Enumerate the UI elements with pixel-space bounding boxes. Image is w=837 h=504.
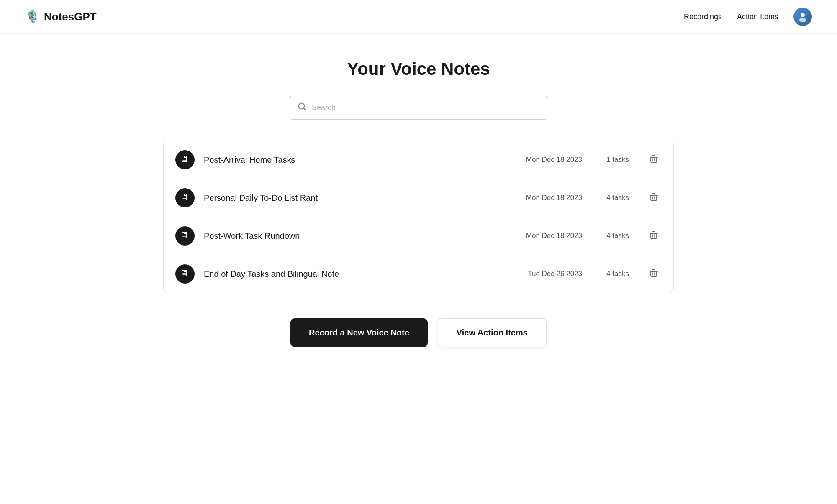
recording-date: Mon Dec 18 2023: [515, 194, 582, 202]
page-title: Your Voice Notes: [163, 59, 674, 79]
nav-links: Recordings Action Items: [684, 8, 812, 26]
app-logo[interactable]: 🎙️ NotesGPT: [25, 10, 97, 24]
search-input[interactable]: [312, 103, 539, 112]
recording-title: Personal Daily To-Do List Rant: [204, 193, 515, 203]
recording-tasks-count: 4 tasks: [596, 232, 629, 240]
main-content: Your Voice Notes Post-: [146, 34, 691, 381]
svg-rect-23: [651, 233, 657, 238]
svg-rect-15: [651, 195, 657, 200]
view-action-items-button[interactable]: View Action Items: [438, 318, 547, 347]
bottom-actions: Record a New Voice Note View Action Item…: [163, 318, 674, 347]
recording-date: Tue Dec 26 2023: [515, 270, 582, 278]
svg-point-1: [799, 18, 806, 22]
record-new-voice-note-button[interactable]: Record a New Voice Note: [290, 318, 428, 347]
search-container: [163, 96, 674, 120]
recording-meta: Tue Dec 26 2023 4 tasks: [515, 267, 662, 281]
recording-date: Mon Dec 18 2023: [515, 156, 582, 164]
recording-meta: Mon Dec 18 2023 4 tasks: [515, 191, 662, 205]
recording-title: Post-Work Task Rundown: [204, 231, 515, 241]
recording-file-icon: [175, 226, 195, 246]
delete-recording-button[interactable]: [646, 267, 662, 281]
svg-line-3: [304, 108, 306, 110]
svg-rect-31: [651, 271, 657, 276]
app-name: NotesGPT: [44, 10, 97, 23]
recording-row[interactable]: Post-Arrival Home Tasks Mon Dec 18 2023 …: [164, 141, 673, 179]
recording-file-icon: [175, 188, 195, 207]
svg-point-0: [801, 13, 805, 17]
recording-meta: Mon Dec 18 2023 1 tasks: [515, 153, 662, 167]
recording-row[interactable]: Personal Daily To-Do List Rant Mon Dec 1…: [164, 179, 673, 217]
recording-date: Mon Dec 18 2023: [515, 232, 582, 240]
navbar: 🎙️ NotesGPT Recordings Action Items: [0, 0, 837, 34]
recording-file-icon: [175, 150, 195, 169]
delete-recording-button[interactable]: [646, 229, 662, 243]
search-icon: [298, 102, 307, 113]
recording-tasks-count: 4 tasks: [596, 270, 629, 278]
recording-title: Post-Arrival Home Tasks: [204, 155, 515, 165]
recording-tasks-count: 4 tasks: [596, 194, 629, 202]
recording-meta: Mon Dec 18 2023 4 tasks: [515, 229, 662, 243]
recording-title: End of Day Tasks and Bilingual Note: [204, 269, 515, 279]
recording-row[interactable]: End of Day Tasks and Bilingual Note Tue …: [164, 255, 673, 293]
delete-recording-button[interactable]: [646, 191, 662, 205]
recordings-list: Post-Arrival Home Tasks Mon Dec 18 2023 …: [163, 141, 674, 293]
recording-tasks-count: 1 tasks: [596, 156, 629, 164]
recording-row[interactable]: Post-Work Task Rundown Mon Dec 18 2023 4…: [164, 217, 673, 255]
delete-recording-button[interactable]: [646, 153, 662, 167]
user-avatar[interactable]: [793, 8, 812, 26]
recording-file-icon: [175, 264, 195, 284]
nav-action-items[interactable]: Action Items: [737, 13, 778, 21]
logo-icon: 🎙️: [25, 10, 40, 24]
search-bar: [289, 96, 548, 120]
svg-rect-7: [651, 157, 657, 162]
nav-recordings[interactable]: Recordings: [684, 13, 722, 21]
